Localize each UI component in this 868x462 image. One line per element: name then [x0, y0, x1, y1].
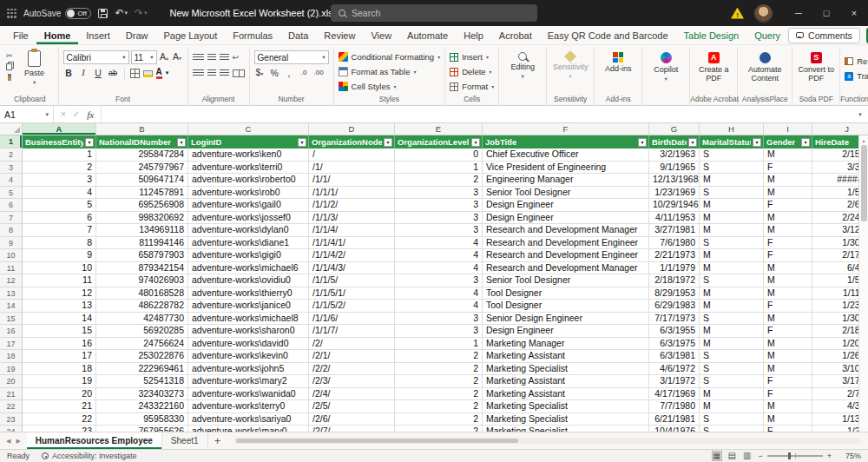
cell[interactable]: 112457891 — [96, 187, 188, 200]
cell[interactable]: adventure-works\diane1 — [188, 237, 309, 250]
cell[interactable]: 2/18/1972 — [649, 274, 700, 287]
cell[interactable]: 24756624 — [96, 338, 188, 351]
tab-review[interactable]: Review — [316, 26, 363, 44]
cell[interactable]: Marketing Specialist — [483, 400, 649, 413]
cell[interactable]: 811994146 — [96, 237, 188, 250]
cell[interactable]: adventure-works\mary2 — [188, 375, 309, 388]
row-header-14[interactable]: 14 — [0, 300, 23, 313]
cell[interactable]: S — [700, 413, 764, 426]
cell[interactable]: 2 — [395, 388, 483, 401]
cell[interactable]: M — [764, 287, 812, 300]
align-bottom-icon[interactable] — [220, 54, 229, 62]
header-cell-maritalstatus[interactable]: MaritalStatus▾ — [700, 135, 764, 148]
cell[interactable]: 2 — [395, 426, 483, 432]
cell[interactable]: M — [700, 199, 764, 212]
cell[interactable]: /2/6/ — [309, 413, 395, 426]
italic-button[interactable]: I — [78, 67, 89, 79]
cell[interactable]: Senior Design Engineer — [483, 313, 649, 326]
cell[interactable]: 6/3/1975 — [649, 338, 700, 351]
cell[interactable]: 22 — [23, 413, 96, 426]
row-header-3[interactable]: 3 — [0, 162, 23, 175]
cell[interactable]: 12 — [23, 287, 96, 300]
cell[interactable]: 974026903 — [96, 274, 188, 287]
cell[interactable]: 4/6/1972 — [649, 363, 700, 376]
cell[interactable]: M — [764, 338, 812, 351]
cell[interactable]: adventure-works\dylan0 — [188, 224, 309, 237]
cell[interactable]: 2 — [395, 174, 483, 187]
column-header-C[interactable]: C — [188, 123, 309, 135]
cell[interactable]: 998320692 — [96, 212, 188, 225]
cell[interactable]: /1/1/1/ — [309, 187, 395, 200]
cell[interactable]: M — [764, 350, 812, 363]
cell[interactable]: M — [764, 224, 812, 237]
cell[interactable]: Research and Development Engineer — [483, 237, 649, 250]
cell[interactable]: S — [700, 162, 764, 175]
search-input[interactable]: Search — [331, 4, 537, 22]
filter-button[interactable]: ▾ — [384, 138, 392, 147]
cell[interactable]: adventure-works\thierry0 — [188, 287, 309, 300]
cell[interactable]: 3 — [395, 325, 483, 338]
cell[interactable]: 18 — [23, 363, 96, 376]
cell[interactable]: 4/11/1953 — [649, 212, 700, 225]
fx-icon[interactable]: fx — [87, 109, 94, 120]
align-top-icon[interactable] — [193, 54, 204, 62]
merge-center-icon[interactable] — [233, 69, 245, 77]
cell[interactable]: 6/21/1981 — [649, 413, 700, 426]
cell[interactable]: 2 — [395, 350, 483, 363]
align-right-icon[interactable] — [220, 69, 229, 77]
row-header-15[interactable]: 15 — [0, 313, 23, 326]
cell[interactable]: 8/29/1953 — [649, 287, 700, 300]
filter-button[interactable]: ▾ — [688, 138, 697, 147]
font-name-select[interactable]: Calibri ▾ — [63, 50, 129, 64]
row-header-5[interactable]: 5 — [0, 187, 23, 200]
page-break-view-icon[interactable]: ▥ — [743, 452, 751, 460]
cell[interactable]: Research and Development Engineer — [483, 249, 649, 262]
cell[interactable]: 295847284 — [96, 148, 188, 162]
cell[interactable]: S — [700, 274, 764, 287]
cell[interactable]: M — [700, 338, 764, 351]
addins-button[interactable]: Add-ins — [599, 48, 637, 73]
cell[interactable]: 1/1/1979 — [649, 262, 700, 275]
cell[interactable]: adventure-works\gail0 — [188, 199, 309, 212]
copy-icon[interactable] — [6, 63, 12, 70]
insert-cells-button[interactable]: Insert ▾ — [450, 50, 494, 63]
tab-table-design[interactable]: Table Design — [676, 26, 747, 44]
cell[interactable]: /1/1/6/ — [309, 313, 395, 326]
cell[interactable]: Vice President of Engineering — [483, 162, 649, 175]
cell[interactable]: 3 — [395, 212, 483, 225]
row-header-4[interactable]: 4 — [0, 174, 23, 187]
redo-button[interactable]: ↷ ▾ — [135, 7, 148, 19]
cell[interactable]: M — [700, 325, 764, 338]
row-header-18[interactable]: 18 — [0, 350, 23, 363]
cell[interactable]: 658797903 — [96, 249, 188, 262]
cell[interactable]: /1/1/4/ — [309, 224, 395, 237]
cell[interactable]: Research and Development Manager — [483, 262, 649, 275]
cell[interactable]: Engineering Manager — [483, 174, 649, 187]
column-header-H[interactable]: H — [700, 123, 764, 135]
header-cell-organizationnode[interactable]: OrganizationNode▾ — [309, 135, 395, 148]
cell[interactable]: Marketing Manager — [483, 338, 649, 351]
tab-file[interactable]: File — [5, 26, 36, 44]
cell[interactable]: S — [700, 187, 764, 200]
align-middle-icon[interactable] — [207, 54, 216, 62]
cancel-icon[interactable]: × — [61, 109, 66, 119]
bold-button[interactable]: B — [63, 67, 75, 79]
cell[interactable]: adventure-works\ovidiu0 — [188, 274, 309, 287]
row-header-13[interactable]: 13 — [0, 287, 23, 300]
paste-button[interactable]: Paste ▾ — [16, 48, 54, 86]
row-header-6[interactable]: 6 — [0, 199, 23, 212]
cell[interactable]: 4 — [395, 300, 483, 313]
tab-insert[interactable]: Insert — [78, 26, 118, 44]
tab-view[interactable]: View — [363, 26, 399, 44]
cell[interactable]: 4 — [395, 262, 483, 275]
cell[interactable]: F — [764, 237, 812, 250]
row-header-9[interactable]: 9 — [0, 237, 23, 250]
cell[interactable]: 10/29/1946 — [649, 199, 700, 212]
cell[interactable]: 52541318 — [96, 375, 188, 388]
cell[interactable]: 509647174 — [96, 174, 188, 187]
cell[interactable]: adventure-works\michael8 — [188, 313, 309, 326]
format-as-table-button[interactable]: Format as Table ▾ — [339, 65, 441, 78]
strikethrough-button[interactable]: ab — [108, 67, 119, 79]
cell[interactable]: F — [764, 300, 812, 313]
row-header-20[interactable]: 20 — [0, 375, 23, 388]
